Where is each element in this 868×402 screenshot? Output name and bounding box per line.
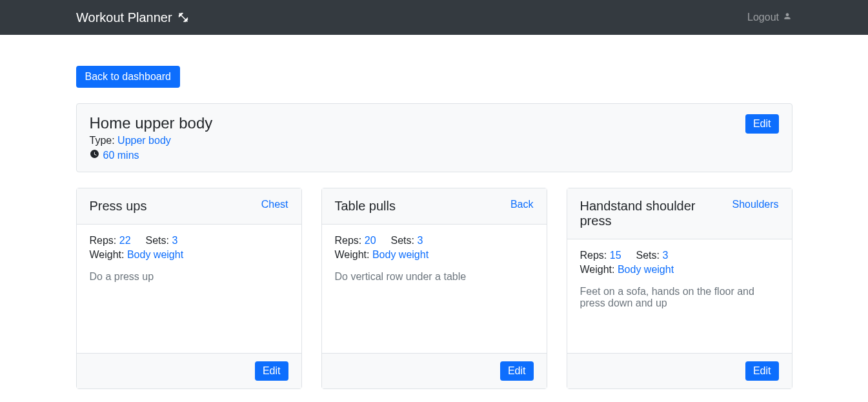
exercise-name: Table pulls (335, 199, 396, 214)
exercise-card: Handstand shoulder press Shoulders Reps:… (567, 188, 792, 389)
reps-label: Reps: (580, 250, 607, 261)
logout-label: Logout (747, 12, 779, 23)
back-to-dashboard-button[interactable]: Back to dashboard (76, 66, 180, 88)
sets-value: 3 (662, 250, 668, 261)
logout-link[interactable]: Logout (747, 12, 792, 23)
sets-value: 3 (417, 235, 423, 246)
exercise-name: Handstand shoulder press (580, 199, 709, 228)
reps-value: 15 (610, 250, 621, 261)
exercise-description: Feet on a sofa, hands on the floor and p… (580, 286, 779, 309)
weight-value: Body weight (618, 264, 674, 275)
edit-exercise-button[interactable]: Edit (500, 361, 534, 381)
workout-header-card: Home upper body Type: Upper body 60 mins… (76, 103, 792, 172)
weight-label: Weight: (335, 249, 370, 260)
sets-value: 3 (172, 235, 177, 246)
navbar: Workout Planner Logout (0, 0, 868, 35)
workout-title: Home upper body (90, 114, 213, 132)
weight-value: Body weight (372, 249, 429, 260)
exercise-description: Do vertical row under a table (335, 271, 534, 283)
workout-type-link[interactable]: Upper body (117, 135, 171, 146)
reps-label: Reps: (90, 235, 117, 246)
muscle-group-link[interactable]: Shoulders (732, 199, 778, 210)
reps-value: 22 (119, 235, 131, 246)
exercises-row: Press ups Chest Reps: 22 Sets: 3 Weight:… (76, 188, 792, 389)
edit-exercise-button[interactable]: Edit (745, 361, 779, 381)
exercise-description: Do a press up (90, 271, 288, 283)
exercise-card: Table pulls Back Reps: 20 Sets: 3 Weight… (321, 188, 547, 389)
workout-type-label: Type: (90, 135, 115, 146)
weight-label: Weight: (580, 264, 615, 275)
reps-label: Reps: (335, 235, 362, 246)
sets-label: Sets: (145, 235, 168, 246)
reps-value: 20 (365, 235, 376, 246)
edit-workout-button[interactable]: Edit (745, 114, 779, 134)
muscle-group-link[interactable]: Back (510, 199, 534, 210)
weight-label: Weight: (90, 249, 125, 260)
edit-exercise-button[interactable]: Edit (255, 361, 288, 381)
user-icon (783, 12, 792, 23)
brand-link[interactable]: Workout Planner (76, 10, 189, 25)
dumbbell-icon (177, 12, 189, 23)
workout-duration-link[interactable]: 60 mins (103, 150, 139, 161)
sets-label: Sets: (636, 250, 659, 261)
weight-value: Body weight (127, 249, 183, 260)
brand-title: Workout Planner (76, 10, 172, 25)
sets-label: Sets: (390, 235, 414, 246)
exercise-name: Press ups (90, 199, 147, 214)
exercise-card: Press ups Chest Reps: 22 Sets: 3 Weight:… (76, 188, 302, 389)
clock-icon (90, 149, 99, 161)
muscle-group-link[interactable]: Chest (261, 199, 288, 210)
